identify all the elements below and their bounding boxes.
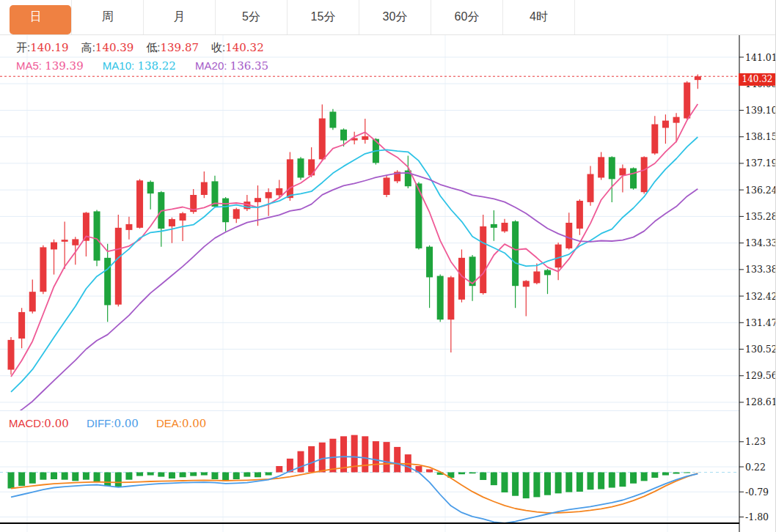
candle-body [437,276,444,320]
macd-bar [136,473,143,476]
macd-bar [384,442,390,472]
ma10-line [11,137,698,392]
macd-bar [233,473,240,479]
candle-body [576,201,583,229]
macd-bar [673,473,680,474]
candle-body [523,281,530,287]
high-value: 140.39 [95,41,134,54]
tab-weekly-label: 周 [102,10,114,25]
candle-body [329,111,336,128]
candle-body [480,226,486,293]
ma20-line [11,173,698,410]
diff-label: DIFF: [87,417,114,429]
macd-bar [641,473,648,481]
tab-60min[interactable]: 60分 [431,0,503,34]
macd-bar [329,439,336,473]
macd-bar [72,473,78,481]
candle-body [72,239,78,245]
candle-body [8,340,15,370]
price-tick-label: 130.52 [745,344,776,355]
candle-body [544,270,551,276]
price-tick-label: 133.38 [745,264,776,275]
candle-body [266,192,272,198]
candle-body [94,211,100,260]
diff-value: 0.00 [114,417,138,430]
price-tick-label: 132.42 [745,291,776,302]
dea-value: 0.00 [182,417,206,430]
macd-bar [298,451,304,473]
tab-4hour[interactable]: 4时 [503,0,575,34]
timeframe-tabbar: 日周月5分15分30分60分4时 [0,0,776,35]
candle-body [180,213,186,221]
macd-bar [201,473,208,476]
candle-body [555,245,562,268]
candle-body [662,121,669,128]
macd-bar [180,473,186,478]
macd-tick-label: -1.80 [745,511,769,522]
macd-bar [147,473,154,476]
tab-30min[interactable]: 30分 [359,0,431,34]
macd-bar [555,473,562,494]
macd-tick-label: -0.79 [745,487,769,498]
macd-tick-label: 0.22 [745,462,766,473]
macd-bar [104,473,111,487]
candle-body [287,159,293,198]
close-value: 140.32 [225,41,264,54]
ma5-label: MA5: [16,59,42,72]
tab-monthly[interactable]: 月 [144,0,216,34]
candle-body [136,180,143,228]
price-tick-label: 138.15 [745,131,776,142]
candle-body [340,130,347,141]
ma20-readout: MA20: 136.35 [195,59,268,72]
candle-body [255,198,261,202]
tab-5min-label: 5分 [242,10,260,25]
stock-chart-app: 日周月5分15分30分60分4时 141.01140.05139.10138.1… [0,0,776,532]
macd-bar [190,473,197,476]
macd-bar [211,473,218,479]
macd-readout: MACD:0.00 DIFF:0.00 DEA:0.00 [9,417,221,430]
macd-bar [94,473,100,483]
ma20-value: 136.35 [230,59,269,73]
candle-body [147,182,154,193]
price-axis: 141.01140.05139.10138.15137.19136.24135.… [739,52,776,408]
macd-bar [255,473,261,478]
candle-body [458,258,465,300]
candle-body [233,209,240,218]
candle-body [641,157,648,192]
macd-bar [576,473,583,492]
price-tick-label: 128.61 [745,396,776,407]
tab-monthly-label: 月 [174,10,186,25]
price-tick-label: 131.47 [745,317,776,328]
low-value: 139.87 [161,41,200,54]
ma5-value: 139.39 [45,59,84,73]
macd-bar [619,473,626,487]
ma20-label: MA20: [195,59,227,72]
dea-label: DEA: [156,417,182,429]
candle-body [695,76,701,80]
candle-body [115,228,122,305]
tab-4hour-label: 4时 [530,10,548,25]
macd-bar [319,443,326,473]
main-gridlines [0,35,739,410]
candle-body [491,224,497,228]
candle-body [533,271,540,283]
tab-5min[interactable]: 5分 [216,0,288,34]
tab-daily[interactable]: 日 [0,0,72,34]
macd-value: 0.00 [44,417,68,430]
macd-bar [362,436,368,472]
price-tick-label: 137.19 [745,158,776,169]
tab-weekly[interactable]: 周 [72,0,144,34]
macd-bar [18,473,25,487]
candle-body [426,247,433,278]
ma10-label: MA10: [103,59,134,72]
candle-body [104,258,111,306]
macd-bar [40,473,46,480]
candlestick-chart[interactable]: 141.01140.05139.10138.15137.19136.24135.… [0,35,776,410]
macd-bar [533,473,540,498]
candle-body [598,157,604,177]
tab-15min[interactable]: 15分 [288,0,359,34]
macd-bar [480,473,486,481]
ohlc-readout: 开:140.19高:140.39低:139.87收:140.32 [16,41,277,55]
price-tick-label: 134.33 [745,237,776,248]
candle-body [29,292,36,311]
